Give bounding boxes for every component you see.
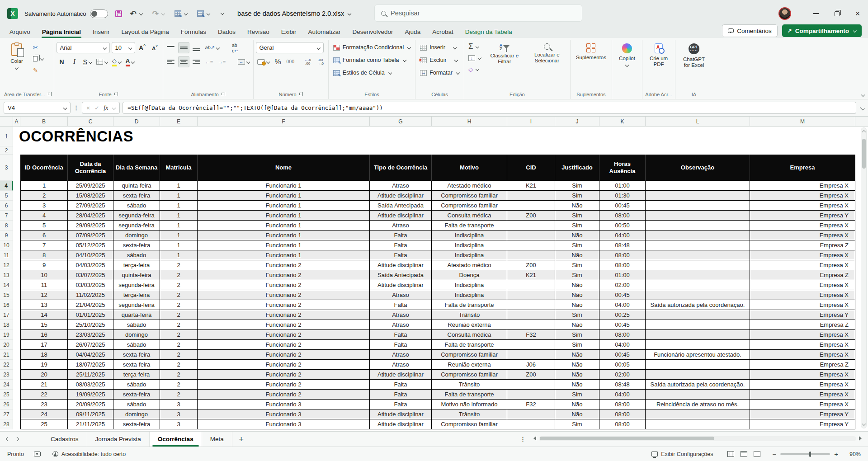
zoom-slider-thumb[interactable]: [809, 452, 811, 457]
cell[interactable]: domingo: [113, 409, 160, 419]
zoom-slider[interactable]: [780, 453, 830, 454]
cell[interactable]: 05/12/2025: [68, 240, 113, 250]
cell[interactable]: Atitude disciplinar: [370, 419, 432, 429]
vertical-scrollbar-thumb[interactable]: [862, 139, 866, 169]
cell[interactable]: [507, 230, 555, 240]
cell[interactable]: Trânsito: [432, 409, 507, 419]
scroll-right-icon[interactable]: [859, 436, 862, 441]
cell[interactable]: Funcionario 3: [198, 419, 370, 429]
cell[interactable]: sábado: [113, 320, 160, 330]
undo-button[interactable]: ↶: [128, 9, 144, 19]
save-icon[interactable]: [115, 10, 122, 17]
cell[interactable]: Funcionario 3: [198, 409, 370, 419]
cell[interactable]: Atitude disciplinar: [370, 409, 432, 419]
cell[interactable]: Empresa X: [750, 350, 855, 360]
table-header-cell[interactable]: Horas Ausência: [599, 155, 646, 181]
cell[interactable]: [507, 390, 555, 400]
table-tool-icon[interactable]: [173, 9, 189, 19]
cell[interactable]: 1: [160, 201, 198, 211]
cell[interactable]: Empresa X: [750, 250, 855, 260]
cell[interactable]: Empresa X: [750, 230, 855, 240]
sheet-tab-ocorrências[interactable]: Ocorrências: [150, 432, 202, 447]
cell[interactable]: Empresa Z: [750, 360, 855, 370]
cell[interactable]: Não: [555, 400, 599, 409]
row-header-6[interactable]: 6: [0, 201, 13, 211]
cell[interactable]: 04:00: [599, 340, 646, 350]
insert-function-icon[interactable]: fx: [104, 104, 108, 112]
cell[interactable]: 2: [160, 340, 198, 350]
cell[interactable]: [646, 260, 750, 270]
row-header-21[interactable]: 21: [0, 350, 13, 360]
macro-record-icon[interactable]: [34, 452, 41, 456]
cell[interactable]: Atitude disciplinar: [370, 260, 432, 270]
cell[interactable]: Funcionario 2: [198, 350, 370, 360]
font-color-button[interactable]: A: [124, 56, 136, 67]
column-header-A[interactable]: A: [13, 117, 20, 126]
minimize-button[interactable]: [806, 5, 826, 23]
column-header-F[interactable]: F: [198, 117, 370, 126]
cell[interactable]: Não: [555, 409, 599, 419]
cut-button[interactable]: ✂: [31, 42, 45, 52]
borders-button[interactable]: [95, 56, 109, 67]
cell[interactable]: 2: [160, 280, 198, 290]
cell[interactable]: Compromisso familiar: [432, 350, 507, 360]
align-top-button[interactable]: [165, 42, 176, 53]
cell[interactable]: 21/11/2025: [68, 419, 113, 429]
cell[interactable]: Atitude disciplinar: [370, 280, 432, 290]
cell[interactable]: 04:00: [599, 390, 646, 400]
cell[interactable]: Falta de transporte: [432, 340, 507, 350]
qat-overflow-icon[interactable]: [218, 9, 226, 19]
table-header-cell[interactable]: Observação: [646, 155, 750, 181]
column-header-G[interactable]: G: [370, 117, 432, 126]
sheet-tab-meta[interactable]: Meta: [202, 432, 232, 447]
cell[interactable]: Atraso: [370, 350, 432, 360]
cell[interactable]: [646, 191, 750, 201]
cell[interactable]: [507, 300, 555, 310]
cell[interactable]: sexta-feira: [113, 390, 160, 400]
cell[interactable]: 1: [160, 221, 198, 230]
cell[interactable]: 11: [20, 280, 68, 290]
cell[interactable]: 25/09/2025: [68, 181, 113, 191]
cell[interactable]: Não: [555, 320, 599, 330]
cell[interactable]: Empresa X: [750, 260, 855, 270]
normal-view-icon[interactable]: [727, 451, 734, 457]
delete-cells-button[interactable]: Excluir: [418, 54, 462, 66]
row-header-5[interactable]: 5: [0, 191, 13, 201]
cell[interactable]: 14: [20, 310, 68, 320]
cell[interactable]: 20: [20, 370, 68, 380]
cell[interactable]: Funcionario 1: [198, 181, 370, 191]
cell[interactable]: [646, 340, 750, 350]
format-cells-button[interactable]: Formatar: [418, 67, 462, 79]
cell[interactable]: [646, 290, 750, 300]
cell[interactable]: 23/03/2025: [68, 330, 113, 340]
cell[interactable]: Reunião externa: [432, 320, 507, 330]
cell[interactable]: Indisciplina: [432, 230, 507, 240]
cell[interactable]: Funcionario 3: [198, 400, 370, 409]
cell[interactable]: [646, 310, 750, 320]
cell[interactable]: 08:00: [599, 400, 646, 409]
cell[interactable]: Funcionário apresentou atestado.: [646, 350, 750, 360]
zoom-out-icon[interactable]: −: [772, 450, 776, 458]
cell[interactable]: sexta-feira: [113, 360, 160, 370]
cell[interactable]: 00:45: [599, 320, 646, 330]
row-header-24[interactable]: 24: [0, 380, 13, 390]
format-painter-button[interactable]: ✎: [31, 65, 45, 75]
cell[interactable]: Falta de transporte: [432, 300, 507, 310]
row-header-4[interactable]: 4: [0, 181, 13, 191]
table-header-cell[interactable]: ID Ocorrência: [20, 155, 68, 181]
cell[interactable]: 01:30: [599, 191, 646, 201]
alignment-dialog-launcher[interactable]: [221, 92, 225, 96]
sort-filter-button[interactable]: AZ Classificar e Filtrar: [485, 41, 524, 66]
cell[interactable]: 27/09/2025: [68, 201, 113, 211]
cell[interactable]: 28/04/2025: [68, 211, 113, 221]
table-header-cell[interactable]: Nome: [198, 155, 370, 181]
table-header-cell[interactable]: Tipo de Ocorrência: [370, 155, 432, 181]
cell[interactable]: Atestado médico: [432, 260, 507, 270]
cell[interactable]: [646, 270, 750, 280]
cell[interactable]: [646, 201, 750, 211]
cell[interactable]: Sim: [555, 221, 599, 230]
cell[interactable]: Empresa X: [750, 181, 855, 191]
cell[interactable]: 08:00: [599, 250, 646, 260]
fx-dropdown-icon[interactable]: [112, 106, 116, 109]
select-all-corner[interactable]: [0, 117, 13, 126]
